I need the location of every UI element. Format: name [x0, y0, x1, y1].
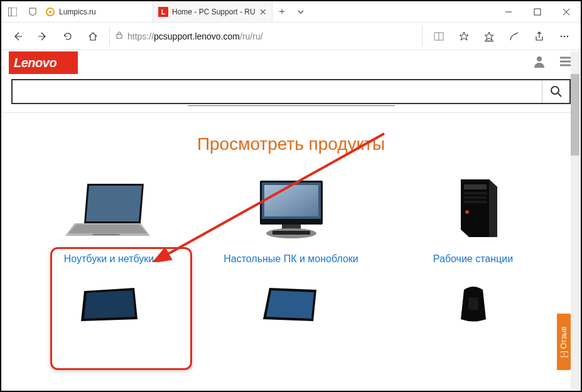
svg-rect-33 [464, 184, 487, 189]
product-label: Ноутбуки и нетбуки [28, 252, 191, 266]
backpack-image [436, 285, 511, 322]
monitor-image [254, 285, 329, 322]
products-grid-2 [1, 285, 581, 322]
product-workstations[interactable]: Рабочие станции [392, 174, 555, 266]
home-button[interactable] [82, 25, 104, 48]
svg-rect-5 [534, 9, 541, 15]
user-icon[interactable] [532, 54, 547, 72]
browser-addressbar: https://pcsupport.lenovo.com/ru/ru/ [1, 23, 581, 50]
product-label: Настольные ПК и моноблоки [210, 252, 373, 266]
share-button[interactable] [528, 25, 551, 48]
svg-rect-42 [468, 297, 478, 310]
svg-rect-36 [464, 201, 487, 203]
product-partial-3[interactable] [392, 285, 555, 322]
svg-marker-41 [266, 290, 314, 319]
svg-point-11 [561, 35, 562, 36]
svg-marker-24 [92, 234, 121, 235]
svg-point-12 [564, 35, 565, 36]
svg-rect-6 [117, 34, 122, 38]
tab-title: Home - PC Support - RU [172, 8, 256, 16]
url-text: https://pcsupport.lenovo.com/ru/ru/ [127, 31, 263, 41]
svg-point-13 [567, 35, 568, 36]
product-label: Рабочие станции [392, 252, 555, 266]
product-laptops[interactable]: Ноутбуки и нетбуки [28, 174, 191, 266]
favicon-lumpics [45, 7, 55, 17]
page-content: Lenovo Просмотреть продукты [1, 50, 581, 392]
partial-element [188, 105, 395, 106]
menu-button[interactable] [553, 25, 576, 48]
browser-tab-active[interactable]: L Home - PC Support - RU ✕ [153, 1, 272, 22]
tab-title: Lumpics.ru [59, 8, 148, 16]
svg-rect-1 [8, 8, 11, 16]
section-title: Просмотреть продукты [1, 134, 581, 154]
product-partial-2[interactable] [210, 285, 373, 322]
svg-rect-35 [464, 196, 487, 199]
refresh-button[interactable] [57, 25, 79, 48]
chevron-down-icon[interactable] [291, 1, 310, 22]
forward-button[interactable] [31, 25, 54, 48]
svg-marker-32 [489, 179, 497, 237]
back-button[interactable] [6, 25, 29, 48]
svg-line-19 [558, 93, 561, 97]
svg-point-3 [49, 11, 51, 13]
close-icon[interactable]: ✕ [259, 7, 267, 17]
browser-titlebar: Lumpics.ru L Home - PC Support - RU ✕ ＋ [1, 1, 581, 23]
lenovo-logo[interactable]: Lenovo [9, 51, 78, 74]
laptop-image [59, 174, 159, 243]
svg-point-37 [465, 210, 469, 214]
site-header: Lenovo [1, 50, 581, 75]
url-input[interactable]: https://pcsupport.lenovo.com/ru/ru/ [109, 26, 423, 46]
favicon-lenovo: L [158, 7, 168, 17]
svg-rect-30 [272, 231, 310, 235]
feedback-tab[interactable]: [-] Отзыв [557, 314, 571, 370]
svg-rect-27 [264, 185, 318, 216]
workstation-image [423, 174, 524, 243]
svg-rect-0 [8, 8, 17, 16]
svg-marker-23 [68, 225, 147, 233]
reading-view-button[interactable] [428, 25, 450, 48]
products-grid: Ноутбуки и нетбуки Настольные ПК и моноб… [1, 174, 581, 266]
tablet-image [72, 285, 147, 322]
close-window-button[interactable] [552, 1, 581, 23]
search-input[interactable] [13, 86, 542, 97]
favorites-list-button[interactable] [478, 25, 500, 48]
lock-icon [115, 31, 124, 42]
svg-marker-21 [86, 186, 142, 221]
browser-tab[interactable]: Lumpics.ru [40, 1, 153, 22]
scroll-thumb[interactable] [571, 74, 579, 156]
svg-point-14 [537, 56, 542, 61]
search-button[interactable] [542, 80, 569, 103]
svg-point-18 [551, 87, 559, 94]
product-desktops[interactable]: Настольные ПК и моноблоки [210, 174, 373, 266]
minimize-button[interactable] [494, 1, 523, 23]
scrollbar[interactable] [571, 51, 579, 390]
product-partial-1[interactable] [28, 285, 191, 322]
new-tab-button[interactable]: ＋ [272, 1, 291, 22]
recent-icon[interactable] [25, 4, 40, 19]
site-search [11, 79, 571, 104]
maximize-button[interactable] [523, 1, 552, 23]
notes-button[interactable] [503, 25, 525, 48]
divider [1, 112, 581, 113]
svg-rect-34 [464, 192, 487, 194]
svg-marker-39 [84, 290, 135, 319]
sidebar-icon[interactable] [5, 4, 20, 19]
desktop-image [241, 174, 342, 243]
favorite-button[interactable] [453, 25, 475, 48]
